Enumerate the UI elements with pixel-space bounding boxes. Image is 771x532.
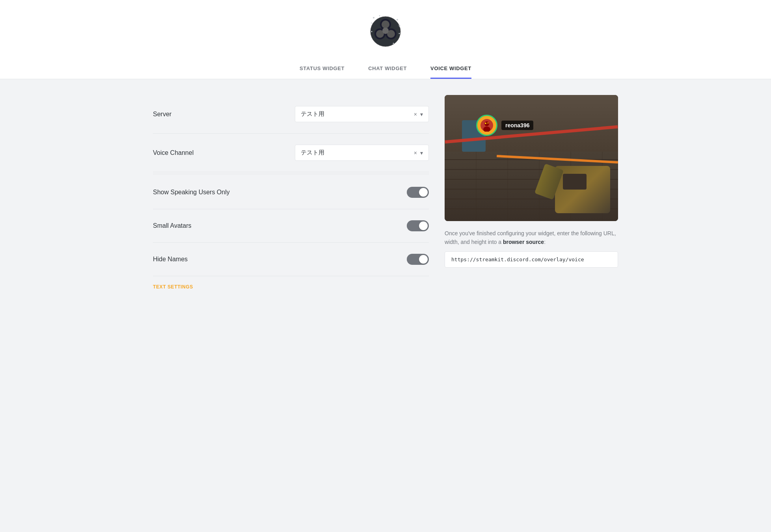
mech-main (555, 166, 610, 213)
form-separator-1 (153, 174, 429, 174)
voice-channel-select-icons: × ▾ (414, 150, 423, 156)
mech-body (539, 150, 610, 221)
main-content: Server テスト用 × ▾ Voice Channel テスト用 × ▾ (129, 79, 642, 309)
show-speaking-thumb (419, 188, 428, 197)
small-avatars-row: Small Avatars (153, 209, 429, 243)
nav-tabs: STATUS WIDGET CHAT WIDGET VOICE WIDGET (0, 61, 771, 79)
hide-names-toggle[interactable] (407, 254, 429, 265)
server-value: テスト用 (301, 110, 324, 118)
show-speaking-row: Show Speaking Users Only (153, 176, 429, 209)
settings-panel: Server テスト用 × ▾ Voice Channel テスト用 × ▾ (153, 95, 429, 293)
hide-names-label: Hide Names (153, 256, 188, 263)
show-speaking-label: Show Speaking Users Only (153, 189, 230, 196)
svg-point-15 (382, 28, 389, 34)
mech-detail (563, 174, 587, 190)
browser-source-link[interactable]: browser source (503, 239, 544, 245)
server-dropdown-icon[interactable]: ▾ (420, 111, 423, 117)
hide-names-toggle-wrapper (295, 254, 429, 265)
hide-names-thumb (419, 255, 428, 264)
voice-channel-dropdown-icon[interactable]: ▾ (420, 150, 423, 156)
voice-channel-value: テスト用 (301, 149, 324, 156)
small-avatars-toggle-wrapper (295, 220, 429, 231)
small-avatars-thumb (419, 221, 428, 230)
server-row: Server テスト用 × ▾ (153, 95, 429, 134)
svg-point-30 (485, 123, 486, 124)
content-area: Server テスト用 × ▾ Voice Channel テスト用 × ▾ (0, 79, 771, 309)
server-clear-icon[interactable]: × (414, 111, 417, 117)
show-speaking-toggle[interactable] (407, 187, 429, 198)
avatar-image (480, 119, 493, 132)
header-separator (0, 79, 771, 79)
right-panel: reona396 Once you've finished configurin… (445, 95, 618, 293)
small-avatars-toggle[interactable] (407, 220, 429, 231)
user-avatar (476, 115, 497, 136)
game-scene: reona396 (445, 95, 618, 221)
server-select[interactable]: テスト用 × ▾ (295, 106, 429, 122)
server-select-icons: × ▾ (414, 111, 423, 117)
svg-point-31 (488, 123, 489, 124)
preview-image: reona396 (445, 95, 618, 221)
description-text: Once you've finished configuring your wi… (445, 229, 618, 247)
obs-logo (370, 16, 401, 47)
header: + + STATUS WIDGET CHAT WIDGET VOICE WIDG… (0, 0, 771, 79)
voice-channel-select[interactable]: テスト用 × ▾ (295, 145, 429, 161)
tab-voice-widget[interactable]: VOICE WIDGET (430, 61, 471, 79)
show-speaking-toggle-wrapper (295, 187, 429, 198)
small-avatars-label: Small Avatars (153, 222, 192, 229)
server-label: Server (153, 111, 171, 118)
url-box[interactable]: https://streamkit.discord.com/overlay/vo… (445, 251, 618, 268)
voice-channel-row: Voice Channel テスト用 × ▾ (153, 134, 429, 172)
user-name-badge: reona396 (501, 121, 533, 130)
voice-user-overlay: reona396 (476, 115, 533, 136)
hide-names-row: Hide Names (153, 243, 429, 276)
text-settings-heading: TEXT SETTINGS (153, 276, 429, 293)
logo-container: + + (366, 12, 405, 51)
svg-point-12 (382, 20, 389, 28)
voice-channel-clear-icon[interactable]: × (414, 150, 417, 156)
description-after: : (544, 239, 546, 245)
tab-status-widget[interactable]: STATUS WIDGET (300, 61, 345, 79)
voice-channel-label: Voice Channel (153, 149, 194, 156)
tab-chat-widget[interactable]: CHAT WIDGET (368, 61, 407, 79)
